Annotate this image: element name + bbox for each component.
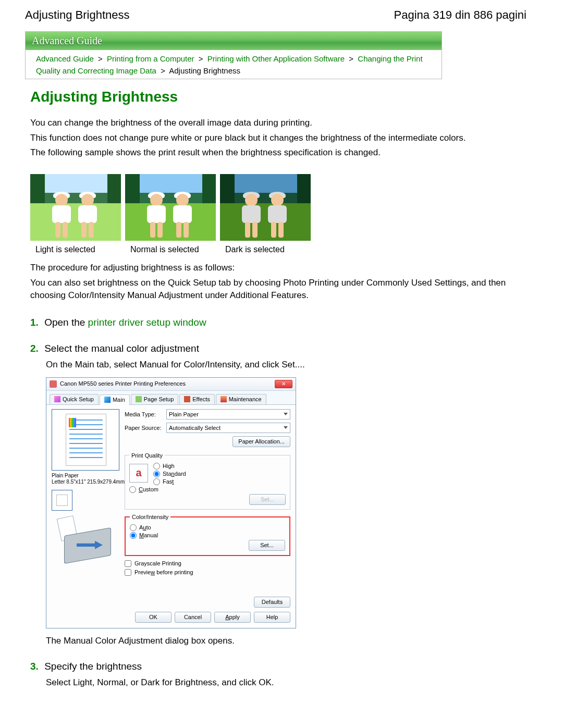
color-auto-radio[interactable] [130, 524, 137, 531]
quality-custom-radio[interactable] [129, 486, 136, 493]
tab-icon-page [136, 396, 142, 402]
step-1-text-pre: Open the [44, 317, 88, 328]
tab-icon-main [104, 397, 111, 403]
page-title: Adjusting Brightness [30, 89, 521, 105]
breadcrumb-sep: > [349, 54, 353, 63]
preview-info-1: Plain Paper [52, 473, 125, 479]
tab-maintenance[interactable]: Maintenance [216, 394, 266, 404]
media-type-combo[interactable]: Plain Paper [166, 409, 290, 419]
tab-icon-effects [184, 396, 190, 402]
breadcrumb-link-3[interactable]: Printing with Other Application Software [207, 54, 345, 63]
color-set-button[interactable]: Set... [249, 540, 285, 551]
defaults-button[interactable]: Defaults [254, 597, 290, 608]
ok-button[interactable]: OK [135, 612, 172, 623]
quality-standard-radio[interactable] [153, 471, 160, 477]
color-intensity-group: Color/Intensity Auto Manual Set... [125, 514, 290, 556]
tab-quick-setup[interactable]: Quick Setup [50, 394, 99, 404]
breadcrumb-current: Adjusting Brightness [169, 66, 240, 75]
step-3-number: 3. [30, 661, 39, 672]
quality-fast-radio[interactable] [153, 478, 160, 485]
sample-label-light: Light is selected [30, 245, 121, 254]
intro-line-2: This function does not change pure white… [30, 132, 521, 145]
sample-image-light [30, 174, 121, 241]
sample-label-normal: Normal is selected [125, 245, 216, 254]
sample-image-dark [220, 174, 311, 241]
quality-standard-label: Standard [163, 471, 186, 477]
step-2-desc: On the Main tab, select Manual for Color… [30, 360, 521, 370]
header-title-right: Pagina 319 din 886 pagini [394, 8, 527, 22]
tab-effects[interactable]: Effects [179, 394, 214, 404]
quality-high-label: High [163, 463, 175, 469]
grayscale-checkbox[interactable] [125, 560, 131, 567]
tab-effects-label: Effects [192, 396, 210, 402]
header-title-left: Adjusting Brightness [25, 8, 130, 22]
media-type-value: Plain Paper [169, 411, 199, 417]
breadcrumb-sep: > [199, 54, 203, 63]
chevron-down-icon [284, 426, 288, 429]
tab-icon-maintenance [221, 396, 227, 402]
color-preview [52, 490, 72, 511]
print-quality-group: Print Quality a High Standard Fast Custo… [125, 452, 290, 510]
breadcrumb-link-2[interactable]: Printing from a Computer [107, 54, 194, 63]
guide-banner: Advanced Guide [26, 32, 442, 50]
tab-main[interactable]: Main [100, 394, 130, 405]
paper-allocation-button[interactable]: Paper Allocation... [232, 436, 290, 447]
paper-source-label: Paper Source: [125, 425, 166, 431]
tab-page-setup-label: Page Setup [144, 396, 174, 402]
procedure-line-1: The procedure for adjusting brightness i… [30, 262, 521, 275]
dialog-titlebar: Canon MP550 series Printer Printing Pref… [46, 378, 296, 391]
quality-icon: a [129, 464, 148, 483]
tray-illustration [59, 517, 117, 564]
printer-icon [50, 380, 57, 388]
breadcrumb: Advanced Guide > Printing from a Compute… [26, 50, 442, 79]
step-2-title: Select the manual color adjustment [44, 343, 199, 354]
color-intensity-legend: Color/Intensity [130, 514, 170, 520]
sample-image-normal [125, 174, 216, 241]
dialog-printing-preferences: Canon MP550 series Printer Printing Pref… [46, 377, 296, 628]
dialog-title: Canon MP550 series Printer Printing Pref… [60, 380, 186, 387]
sample-row: Light is selected Normal is selected Dar… [30, 174, 521, 254]
quality-high-radio[interactable] [153, 463, 160, 470]
media-type-label: Media Type: [125, 411, 166, 417]
quality-set-button[interactable]: Set... [249, 494, 286, 505]
step-1-number: 1. [30, 317, 39, 328]
breadcrumb-sep: > [98, 54, 103, 63]
preview-checkbox[interactable] [125, 569, 131, 576]
tab-main-label: Main [113, 397, 125, 403]
guide-box: Advanced Guide Advanced Guide > Printing… [25, 31, 442, 79]
step-2-after: The Manual Color Adjustment dialog box o… [30, 636, 521, 646]
dialog-tabs: Quick Setup Main Page Setup Effects Main… [46, 391, 296, 405]
preview-checkbox-label: Preview before printing [134, 569, 193, 575]
quality-fast-label: Fast [163, 478, 174, 485]
apply-button[interactable]: Apply [214, 612, 251, 623]
paper-source-value: Automatically Select [169, 425, 221, 431]
grayscale-label: Grayscale Printing [134, 560, 181, 566]
breadcrumb-sep: > [161, 66, 165, 75]
close-icon[interactable]: ✕ [275, 380, 292, 388]
quality-custom-label: Custom [139, 486, 158, 492]
print-quality-legend: Print Quality [129, 452, 165, 459]
step-1-link[interactable]: printer driver setup window [88, 317, 206, 328]
step-3-desc: Select Light, Normal, or Dark for Bright… [30, 677, 521, 688]
intro-line-1: You can change the brightness of the ove… [30, 117, 521, 130]
page-preview [52, 409, 119, 471]
help-button[interactable]: Help [254, 612, 290, 623]
intro-line-3: The following sample shows the print res… [30, 146, 521, 159]
color-manual-label: Manual [139, 532, 158, 538]
procedure-line-2: You can also set brightness on the Quick… [30, 277, 521, 302]
cancel-button[interactable]: Cancel [175, 612, 211, 623]
step-3-title: Specify the brightness [44, 661, 142, 672]
tab-page-setup[interactable]: Page Setup [131, 394, 179, 404]
chevron-down-icon [284, 413, 288, 415]
step-2-number: 2. [30, 343, 39, 354]
breadcrumb-link-1[interactable]: Advanced Guide [36, 54, 94, 63]
tab-quick-setup-label: Quick Setup [63, 396, 94, 402]
tab-maintenance-label: Maintenance [229, 396, 262, 402]
sample-label-dark: Dark is selected [220, 245, 311, 254]
color-manual-radio[interactable] [130, 532, 137, 539]
tab-icon-quick [54, 396, 60, 402]
paper-source-combo[interactable]: Automatically Select [166, 423, 290, 433]
preview-info-2: Letter 8.5"x11" 215.9x279.4mm [52, 479, 125, 486]
color-auto-label: Auto [139, 524, 151, 530]
